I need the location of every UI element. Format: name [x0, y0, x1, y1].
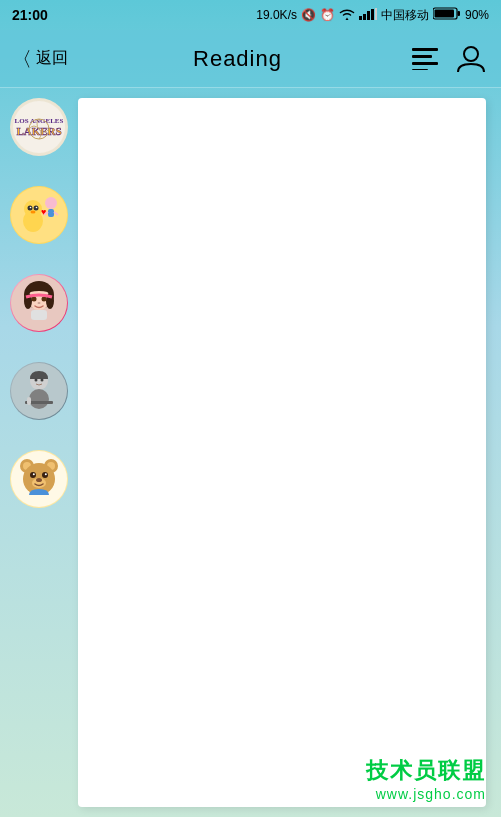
svg-text:♥: ♥: [41, 207, 46, 217]
svg-point-52: [36, 478, 42, 482]
page-title: Reading: [193, 46, 282, 72]
svg-point-55: [33, 473, 35, 475]
alarm-icon: ⏰: [320, 8, 335, 22]
avatar-sidebar: LOS ANGELES LAKERS: [0, 88, 78, 817]
svg-point-43: [41, 379, 44, 382]
profile-icon[interactable]: [453, 41, 489, 77]
svg-point-22: [30, 207, 32, 209]
svg-rect-8: [412, 48, 438, 51]
svg-point-54: [42, 472, 48, 478]
svg-point-19: [24, 200, 42, 218]
back-button[interactable]: 〈 返回: [12, 48, 68, 69]
avatar-3[interactable]: [10, 274, 68, 332]
nav-bar: 〈 返回 Reading: [0, 30, 501, 88]
nav-actions: [407, 41, 489, 77]
svg-rect-4: [375, 8, 377, 20]
svg-rect-27: [48, 209, 54, 217]
network-speed: 19.0K/s: [256, 8, 297, 22]
svg-point-56: [45, 473, 47, 475]
svg-rect-7: [434, 10, 454, 18]
main-content: LOS ANGELES LAKERS: [0, 88, 501, 817]
svg-point-37: [38, 302, 41, 304]
svg-point-41: [29, 389, 49, 409]
menu-icon[interactable]: [407, 41, 443, 77]
back-label: 返回: [36, 48, 68, 69]
svg-rect-6: [457, 11, 460, 16]
wifi-icon: [339, 8, 355, 23]
status-right: 19.0K/s 🔇 ⏰ 中国移动: [256, 7, 489, 24]
svg-point-26: [45, 197, 57, 209]
svg-rect-1: [363, 14, 366, 20]
avatar-5[interactable]: [10, 450, 68, 508]
svg-rect-3: [371, 9, 374, 20]
svg-point-23: [36, 207, 38, 209]
battery-icon: [433, 7, 461, 23]
svg-text:LOS ANGELES: LOS ANGELES: [15, 117, 64, 125]
svg-rect-11: [412, 69, 428, 70]
svg-point-53: [30, 472, 36, 478]
svg-rect-10: [412, 62, 438, 65]
status-time: 21:00: [12, 7, 48, 23]
svg-rect-38: [31, 310, 47, 320]
svg-rect-0: [359, 16, 362, 20]
avatar-1[interactable]: LOS ANGELES LAKERS: [10, 98, 68, 156]
svg-point-36: [42, 297, 47, 302]
svg-rect-2: [367, 11, 370, 20]
back-arrow-icon: 〈: [12, 49, 32, 69]
mute-icon: 🔇: [301, 8, 316, 22]
signal-icon: [359, 8, 377, 23]
svg-rect-9: [412, 55, 432, 58]
carrier-name: 中国移动: [381, 7, 429, 24]
svg-point-24: [31, 211, 36, 214]
svg-point-35: [32, 297, 37, 302]
book-panel: [78, 98, 486, 807]
svg-point-12: [464, 47, 478, 61]
battery-pct: 90%: [465, 8, 489, 22]
status-bar: 21:00 19.0K/s 🔇 ⏰ 中国移动: [0, 0, 501, 30]
svg-point-42: [35, 379, 38, 382]
avatar-4[interactable]: [10, 362, 68, 420]
svg-text:LAKERS: LAKERS: [16, 125, 61, 137]
avatar-2[interactable]: ♥: [10, 186, 68, 244]
